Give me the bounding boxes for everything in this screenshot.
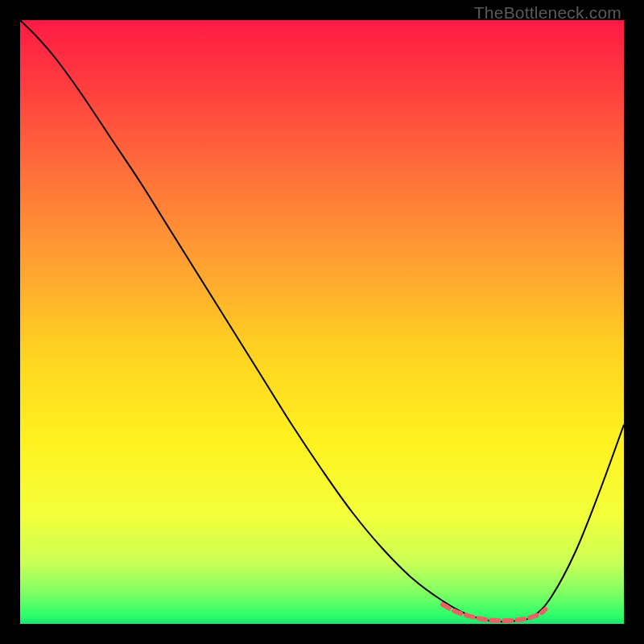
chart-container: TheBottleneck.com (0, 0, 644, 644)
watermark-text: TheBottleneck.com (474, 3, 621, 23)
plot-area (20, 20, 624, 624)
gradient-background (20, 20, 624, 624)
chart-svg (20, 20, 624, 624)
